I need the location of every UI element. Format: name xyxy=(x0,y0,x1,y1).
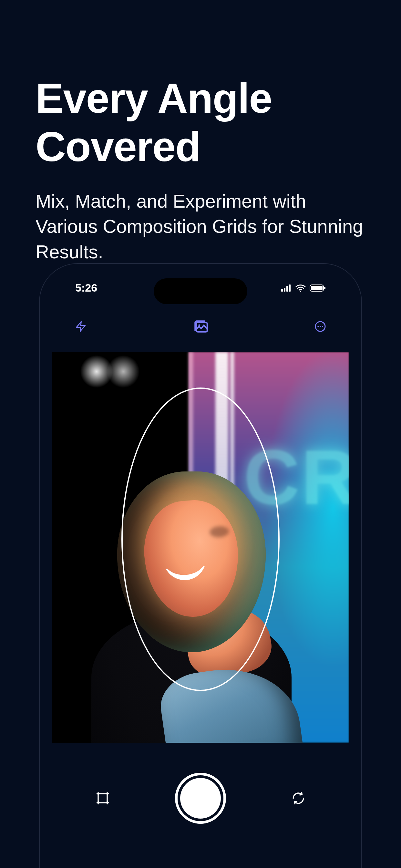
grid-button[interactable] xyxy=(95,790,111,806)
flash-icon[interactable] xyxy=(73,319,88,334)
status-indicators xyxy=(281,284,326,292)
gallery-icon[interactable] xyxy=(193,319,208,334)
shutter-button[interactable] xyxy=(175,773,226,824)
battery-icon xyxy=(310,284,326,292)
shutter-inner xyxy=(180,778,221,818)
svg-rect-3 xyxy=(289,284,290,291)
svg-rect-2 xyxy=(286,286,288,291)
subject-person xyxy=(88,439,295,743)
svg-rect-1 xyxy=(284,288,285,291)
phone-frame: 5:26 xyxy=(39,263,362,868)
cellular-icon xyxy=(281,284,291,291)
more-icon[interactable] xyxy=(313,319,328,334)
dynamic-island xyxy=(154,278,247,304)
hero-subtitle: Mix, Match, and Experiment with Various … xyxy=(35,189,366,265)
svg-point-13 xyxy=(320,326,321,327)
svg-rect-7 xyxy=(324,287,326,289)
switch-camera-button[interactable] xyxy=(290,790,306,806)
camera-viewfinder: CR xyxy=(52,352,349,743)
wifi-icon xyxy=(296,284,306,292)
svg-rect-6 xyxy=(311,286,322,290)
camera-bottom-controls xyxy=(40,773,361,824)
svg-point-12 xyxy=(317,326,319,327)
svg-rect-15 xyxy=(98,794,107,803)
svg-point-14 xyxy=(322,326,323,327)
camera-top-toolbar xyxy=(40,319,361,334)
hero-title: Every Angle Covered xyxy=(35,74,366,171)
svg-point-10 xyxy=(198,324,200,326)
svg-point-4 xyxy=(300,290,301,292)
status-time: 5:26 xyxy=(75,282,97,294)
hero-section: Every Angle Covered Mix, Match, and Expe… xyxy=(0,0,401,265)
svg-rect-0 xyxy=(281,289,283,291)
svg-marker-8 xyxy=(76,321,85,331)
